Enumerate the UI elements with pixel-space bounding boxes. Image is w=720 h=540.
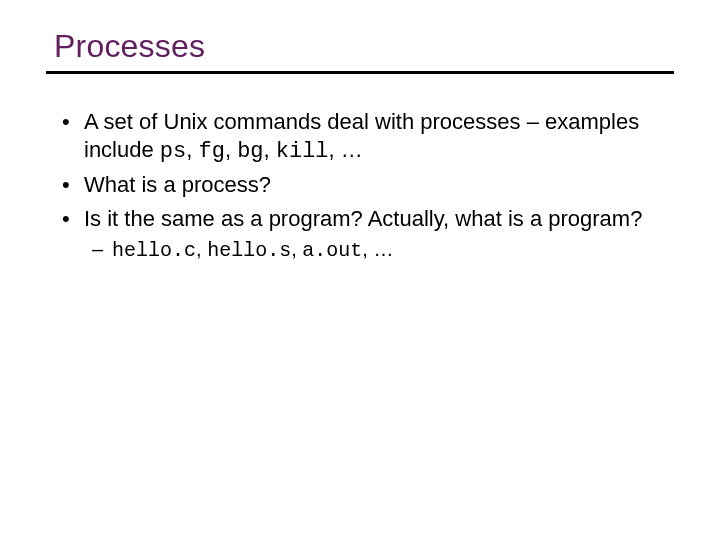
sub-bullet-list: hello.c, hello.s, a.out, … <box>84 236 664 264</box>
sub-bullet-item: hello.c, hello.s, a.out, … <box>84 236 664 264</box>
code-hello-s: hello.s <box>207 239 291 262</box>
code-bg: bg <box>237 139 263 164</box>
code-hello-c: hello.c <box>112 239 196 262</box>
sep: , <box>186 137 198 162</box>
sub-bullet-tail: , … <box>362 238 393 260</box>
sep: , <box>196 238 207 260</box>
bullet-text-tail: , … <box>329 137 363 162</box>
title-underline <box>46 71 674 74</box>
slide: Processes A set of Unix commands deal wi… <box>0 0 720 540</box>
bullet-item: Is it the same as a program? Actually, w… <box>56 205 664 265</box>
bullet-item: What is a process? <box>56 171 664 199</box>
sep: , <box>264 137 276 162</box>
bullet-list: A set of Unix commands deal with process… <box>46 108 674 264</box>
code-fg: fg <box>198 139 224 164</box>
bullet-text: What is a process? <box>84 172 271 197</box>
code-kill: kill <box>276 139 329 164</box>
slide-title: Processes <box>54 28 674 65</box>
sep: , <box>225 137 237 162</box>
bullet-item: A set of Unix commands deal with process… <box>56 108 664 165</box>
bullet-text: Is it the same as a program? Actually, w… <box>84 206 642 231</box>
code-ps: ps <box>160 139 186 164</box>
code-a-out: a.out <box>302 239 362 262</box>
sep: , <box>291 238 302 260</box>
